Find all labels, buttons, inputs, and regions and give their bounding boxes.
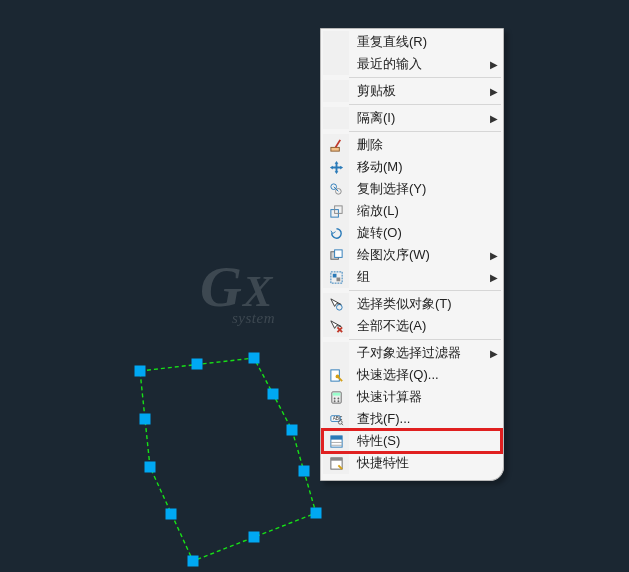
menu-item-label: 旋转(O)	[349, 224, 487, 242]
menu-item-label: 缩放(L)	[349, 202, 487, 220]
menu-item-copy-select[interactable]: 复制选择(Y)	[323, 178, 501, 200]
menu-item-properties[interactable]: 特性(S)	[323, 430, 501, 452]
menu-item-quick-calc[interactable]: 快速计算器	[323, 386, 501, 408]
svg-point-22	[337, 400, 339, 402]
menu-item-find[interactable]: ABC查找(F)...	[323, 408, 501, 430]
submenu-arrow-icon: ▶	[487, 86, 501, 97]
grip-handle[interactable]	[249, 353, 260, 364]
rotate-icon	[323, 222, 349, 244]
deselect-all-icon	[323, 315, 349, 337]
menu-item-quick-props[interactable]: 快捷特性	[323, 452, 501, 474]
menu-item-quick-select[interactable]: 快速选择(Q)...	[323, 364, 501, 386]
grip-handle[interactable]	[311, 508, 322, 519]
grip-handle[interactable]	[145, 462, 156, 473]
svg-point-20	[337, 397, 339, 399]
menu-icon-blank	[323, 80, 349, 102]
menu-item-label: 剪贴板	[349, 82, 487, 100]
svg-rect-18	[332, 392, 340, 395]
context-menu: 重复直线(R)最近的输入▶剪贴板▶隔离(I)▶删除移动(M)复制选择(Y)缩放(…	[320, 28, 504, 481]
menu-item-label: 查找(F)...	[349, 410, 487, 428]
svg-point-12	[336, 304, 342, 310]
svg-rect-11	[336, 277, 340, 281]
menu-item-label: 删除	[349, 136, 487, 154]
submenu-arrow-icon: ▶	[487, 250, 501, 261]
svg-marker-0	[140, 358, 316, 561]
group-icon	[323, 266, 349, 288]
menu-item-label: 子对象选择过滤器	[349, 344, 487, 362]
svg-rect-32	[330, 457, 341, 460]
svg-rect-1	[330, 147, 338, 151]
menu-item-label: 隔离(I)	[349, 109, 487, 127]
menu-separator	[349, 104, 501, 105]
quick-props-icon	[323, 452, 349, 474]
quick-calc-icon	[323, 386, 349, 408]
grip-handle[interactable]	[166, 509, 177, 520]
grip-handle[interactable]	[140, 414, 151, 425]
svg-point-21	[333, 400, 335, 402]
menu-item-select-similar[interactable]: 选择类似对象(T)	[323, 293, 501, 315]
menu-item-move[interactable]: 移动(M)	[323, 156, 501, 178]
submenu-arrow-icon: ▶	[487, 113, 501, 124]
grip-handle[interactable]	[268, 389, 279, 400]
menu-item-erase[interactable]: 删除	[323, 134, 501, 156]
menu-item-isolate[interactable]: 隔离(I)▶	[323, 107, 501, 129]
svg-rect-8	[334, 249, 342, 257]
menu-item-label: 复制选择(Y)	[349, 180, 487, 198]
grip-handle[interactable]	[135, 366, 146, 377]
svg-line-26	[341, 423, 343, 425]
menu-item-group[interactable]: 组▶	[323, 266, 501, 288]
svg-point-16	[335, 374, 339, 378]
menu-item-label: 快速选择(Q)...	[349, 366, 487, 384]
menu-item-recent-input[interactable]: 最近的输入▶	[323, 53, 501, 75]
submenu-arrow-icon: ▶	[487, 348, 501, 359]
selected-polyline[interactable]	[0, 0, 629, 572]
menu-icon-blank	[323, 342, 349, 364]
scale-icon	[323, 200, 349, 222]
menu-separator	[349, 77, 501, 78]
quick-select-icon	[323, 364, 349, 386]
draw-order-icon	[323, 244, 349, 266]
svg-rect-10	[332, 273, 336, 277]
menu-item-label: 组	[349, 268, 487, 286]
menu-item-label: 快速计算器	[349, 388, 487, 406]
move-icon	[323, 156, 349, 178]
select-similar-icon	[323, 293, 349, 315]
menu-icon-blank	[323, 53, 349, 75]
properties-icon	[323, 430, 349, 452]
menu-item-label: 特性(S)	[349, 432, 487, 450]
menu-item-label: 绘图次序(W)	[349, 246, 487, 264]
find-icon: ABC	[323, 408, 349, 430]
menu-item-label: 移动(M)	[349, 158, 487, 176]
menu-item-repeat-line[interactable]: 重复直线(R)	[323, 31, 501, 53]
menu-item-draw-order[interactable]: 绘图次序(W)▶	[323, 244, 501, 266]
grip-handle[interactable]	[192, 359, 203, 370]
menu-item-label: 全部不选(A)	[349, 317, 487, 335]
erase-icon	[323, 134, 349, 156]
submenu-arrow-icon: ▶	[487, 59, 501, 70]
menu-icon-blank	[323, 107, 349, 129]
menu-separator	[349, 339, 501, 340]
grip-handle[interactable]	[287, 425, 298, 436]
submenu-arrow-icon: ▶	[487, 272, 501, 283]
grip-handle[interactable]	[249, 532, 260, 543]
drawing-canvas[interactable]: GX system 重复直线(R)最近的输入▶剪贴板▶隔离(I)▶删除移动(M)…	[0, 0, 629, 572]
svg-line-2	[335, 139, 340, 147]
svg-point-19	[333, 397, 335, 399]
grip-handle[interactable]	[299, 466, 310, 477]
menu-item-label: 快捷特性	[349, 454, 487, 472]
menu-item-label: 重复直线(R)	[349, 33, 487, 51]
menu-item-deselect-all[interactable]: 全部不选(A)	[323, 315, 501, 337]
menu-item-clipboard[interactable]: 剪贴板▶	[323, 80, 501, 102]
copy-select-icon	[323, 178, 349, 200]
menu-item-scale[interactable]: 缩放(L)	[323, 200, 501, 222]
menu-item-label: 选择类似对象(T)	[349, 295, 487, 313]
svg-rect-28	[330, 435, 341, 439]
menu-item-label: 最近的输入	[349, 55, 487, 73]
menu-item-subobj-filter[interactable]: 子对象选择过滤器▶	[323, 342, 501, 364]
grip-handle[interactable]	[188, 556, 199, 567]
menu-icon-blank	[323, 31, 349, 53]
menu-separator	[349, 131, 501, 132]
menu-item-rotate[interactable]: 旋转(O)	[323, 222, 501, 244]
menu-separator	[349, 290, 501, 291]
